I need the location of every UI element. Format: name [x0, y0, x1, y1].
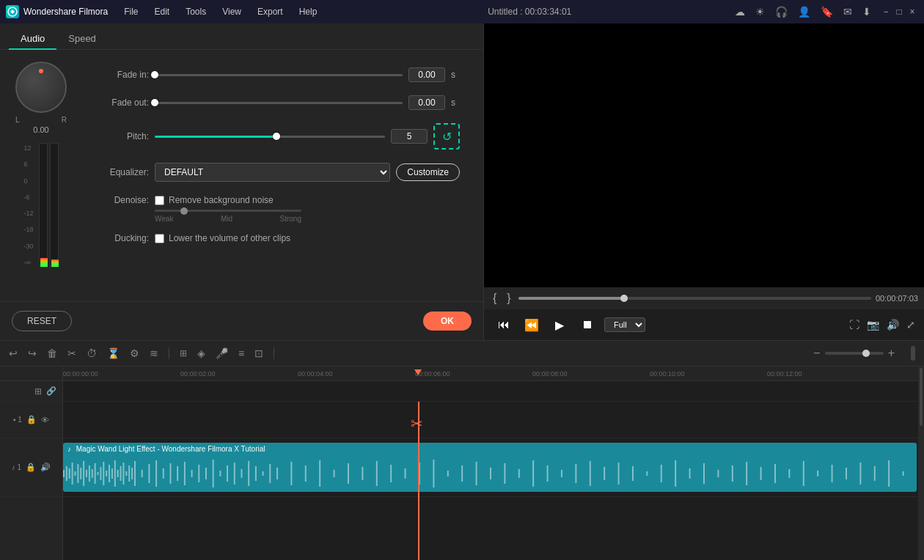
bracket-right-button[interactable]: } — [504, 292, 513, 305]
timeline-scroll-right[interactable] — [918, 366, 924, 560]
zoom-in-button[interactable]: + — [888, 347, 895, 360]
bracket-left-button[interactable]: { — [490, 292, 499, 305]
fade-in-thumb[interactable] — [151, 71, 158, 78]
tab-audio[interactable]: Audio — [9, 29, 56, 50]
svg-rect-65 — [547, 465, 549, 482]
redo-icon[interactable]: ↪ — [28, 347, 37, 359]
reset-button[interactable]: RESET — [12, 311, 72, 331]
svg-rect-49 — [319, 460, 320, 487]
stabilize-icon[interactable]: ⊡ — [254, 347, 263, 359]
zoom-thumb[interactable] — [862, 350, 870, 357]
svg-rect-26 — [134, 461, 136, 486]
denoise-checkbox[interactable] — [155, 196, 164, 205]
playback-extra-icons: ⛶ 📷 🔊 ⤢ — [849, 319, 915, 331]
download-icon[interactable]: ⬇ — [862, 6, 871, 18]
audio-clip[interactable]: ♪ Magic Wand Light Effect - Wondershare … — [63, 443, 917, 492]
ok-button[interactable]: OK — [423, 312, 472, 331]
menu-edit[interactable]: Edit — [147, 4, 177, 20]
user-icon[interactable]: 👤 — [798, 6, 810, 18]
pitch-input[interactable]: 5 — [391, 129, 428, 144]
audio-volume-icon[interactable]: 🔊 — [40, 463, 51, 472]
svg-rect-27 — [142, 470, 143, 477]
maximize-button[interactable]: □ — [893, 6, 905, 18]
step-back-button[interactable]: ⏮ — [493, 314, 515, 336]
pitch-reset-button[interactable]: ↺ — [433, 123, 460, 150]
quality-select[interactable]: Full 1/2 1/4 1/8 — [604, 317, 645, 332]
play-button[interactable]: ▶ — [549, 314, 571, 336]
buttons-row: RESET OK — [0, 301, 483, 340]
minimize-button[interactable]: − — [880, 6, 892, 18]
undo-icon[interactable]: ↩ — [9, 347, 18, 359]
link-icon[interactable]: 🔗 — [46, 386, 56, 396]
bookmark-icon[interactable]: 🔖 — [821, 6, 833, 18]
speed-icon[interactable]: ⏱ — [87, 347, 97, 359]
ducking-checkbox[interactable] — [155, 234, 164, 243]
fade-out-input[interactable]: 0.00 — [408, 95, 445, 110]
denoise-track[interactable] — [155, 210, 301, 212]
menu-export[interactable]: Export — [250, 4, 290, 20]
customize-button[interactable]: Customize — [396, 163, 460, 181]
expand-icon[interactable]: ⤢ — [906, 319, 915, 331]
audio-stretch-icon[interactable]: ≋ — [150, 347, 158, 359]
layer-icon[interactable]: ≡ — [238, 347, 244, 359]
fade-in-slider[interactable] — [155, 74, 403, 76]
ducking-checkbox-label[interactable]: Lower the volume of other clips — [155, 233, 290, 243]
stop-button[interactable]: ⏹ — [576, 314, 598, 336]
close-button[interactable]: × — [906, 6, 918, 18]
svg-rect-14 — [100, 467, 101, 480]
cloud-icon[interactable]: ☁ — [735, 6, 745, 18]
pitch-thumb[interactable] — [273, 133, 280, 140]
video-track-header: ▪ 1 🔒 👁 — [0, 402, 62, 438]
volume-icon[interactable]: 🔊 — [887, 319, 899, 331]
video-lock-icon[interactable]: 🔒 — [26, 415, 37, 424]
settings-icon[interactable]: ⚙ — [130, 347, 139, 359]
timeline-vscroll-thumb[interactable] — [920, 368, 923, 426]
svg-rect-63 — [518, 469, 520, 478]
denoise-checkbox-label[interactable]: Remove background noise — [155, 195, 274, 205]
denoise-thumb[interactable] — [180, 207, 188, 215]
logo-icon — [6, 5, 19, 18]
cut-icon[interactable]: ✂ — [67, 347, 76, 359]
mic-record-icon[interactable]: 🎤 — [216, 347, 228, 359]
svg-rect-60 — [476, 462, 477, 485]
volume-knob[interactable] — [15, 62, 67, 113]
screenshot-icon[interactable]: 📷 — [867, 319, 879, 331]
menu-bar: File Edit Tools View Export Help — [117, 4, 324, 20]
fade-out-thumb[interactable] — [151, 99, 158, 106]
prev-frame-button[interactable]: ⏪ — [521, 314, 543, 336]
menu-file[interactable]: File — [117, 4, 145, 20]
menu-view[interactable]: View — [215, 4, 249, 20]
mail-icon[interactable]: ✉ — [843, 6, 852, 18]
titlebar-icons: ☁ ☀ 🎧 👤 🔖 ✉ ⬇ — [735, 6, 871, 18]
svg-rect-88 — [874, 466, 876, 481]
preview-progress-bar[interactable] — [518, 295, 871, 301]
titlebar: Wondershare Filmora File Edit Tools View… — [0, 0, 924, 23]
headphone-icon[interactable]: 🎧 — [775, 6, 788, 18]
fullscreen-icon[interactable]: ⛶ — [849, 319, 859, 331]
equalizer-select[interactable]: DEFAULT Classic Low Bass Sparkle — [155, 163, 390, 182]
zoom-slider[interactable] — [825, 352, 884, 355]
timeline-ruler[interactable]: 00:00:00:00 00:00:02:00 00:00:04:00 00:0… — [63, 366, 918, 381]
menu-help[interactable]: Help — [292, 4, 325, 20]
duration-icon[interactable]: ⌛ — [107, 347, 120, 359]
video-eye-icon[interactable]: 👁 — [41, 416, 49, 424]
svg-rect-48 — [305, 465, 307, 482]
svg-rect-39 — [227, 465, 228, 482]
menu-tools[interactable]: Tools — [178, 4, 213, 20]
clip-music-note: ♪ — [67, 445, 71, 453]
audio-lock-icon[interactable]: 🔒 — [26, 463, 36, 472]
fade-in-input[interactable]: 0.00 — [408, 67, 445, 82]
tab-speed[interactable]: Speed — [56, 29, 108, 50]
zoom-out-button[interactable]: − — [813, 347, 820, 360]
svg-rect-5 — [75, 471, 76, 476]
delete-icon[interactable]: 🗑 — [47, 347, 57, 359]
progress-handle[interactable] — [620, 295, 628, 302]
svg-rect-50 — [334, 470, 335, 477]
marker-icon[interactable]: ◈ — [197, 347, 205, 359]
preview-area — [484, 23, 924, 287]
pitch-slider[interactable] — [155, 136, 385, 138]
snap-to-grid-icon[interactable]: ⊞ — [180, 348, 187, 358]
add-track-icon[interactable]: ⊞ — [34, 386, 42, 397]
brightness-icon[interactable]: ☀ — [755, 6, 765, 18]
fade-out-slider[interactable] — [155, 102, 403, 104]
